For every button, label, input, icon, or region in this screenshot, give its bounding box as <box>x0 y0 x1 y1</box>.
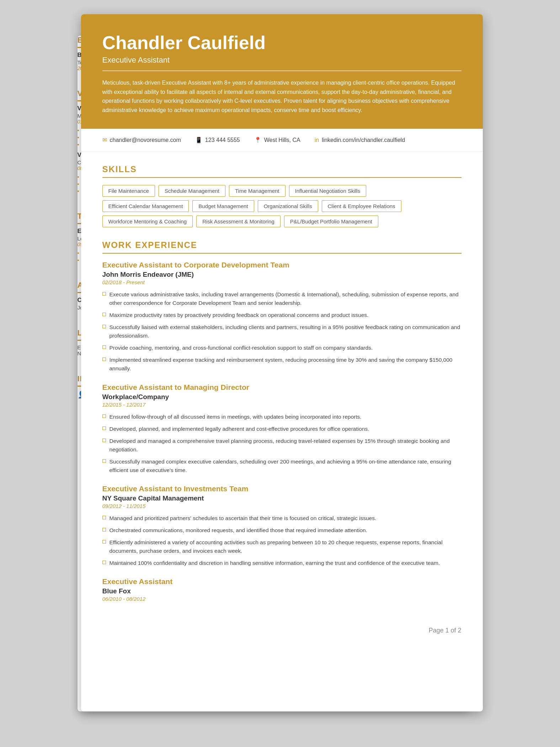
applicant-name: Chandler Caulfield <box>102 32 462 53</box>
bullet-icon <box>102 427 106 430</box>
phone-contact: 📱 123 444 5555 <box>195 137 240 143</box>
bullet-text: Efficiently administered a variety of ac… <box>110 538 462 555</box>
skill-tag: Budget Management <box>192 200 254 212</box>
bullet-item: Managed and prioritized partners' schedu… <box>102 514 462 523</box>
skill-tag-influential: Influential Negotiation Skills <box>289 185 366 197</box>
bullet-item: Successfully liaised with external stake… <box>102 323 462 340</box>
skills-section-title: SKILLS <box>102 164 462 178</box>
location-icon: 📍 <box>254 137 261 143</box>
location-text: West Hills, CA <box>264 137 300 143</box>
job-title-3: Executive Assistant to Investments Team <box>102 484 462 493</box>
bullet-icon <box>102 313 106 316</box>
bullet-icon <box>102 325 106 328</box>
skill-tag-client-employee: Client & Employee Relations <box>322 200 401 212</box>
phone-text: 123 444 5555 <box>205 137 240 143</box>
bullet-item: Implemented streamlined expense tracking… <box>102 356 462 373</box>
work-experience-title: WORK EXPERIENCE <box>102 240 462 254</box>
skills-container: File Maintenance Schedule Management Tim… <box>102 185 462 197</box>
job-company-3: NY Square Capital Management <box>102 494 462 502</box>
bullet-icon <box>102 528 106 531</box>
contact-bar: ✉ chandler@novoresume.com 📱 123 444 5555… <box>81 129 483 152</box>
bullet-icon <box>102 540 106 544</box>
job-dates-3: 09/2012 - 11/2015 <box>102 503 462 509</box>
skills-container-2: Efficient Calendar Management Budget Man… <box>102 200 462 212</box>
job-bullets-1: Execute various administrative tasks, in… <box>102 290 462 373</box>
bullet-text: Developed and managed a comprehensive tr… <box>110 437 462 454</box>
bullet-text: Successfully liaised with external stake… <box>110 323 462 340</box>
email-text: chandler@novoresume.com <box>110 137 181 143</box>
bullet-text: Provide coaching, mentoring, and cross-f… <box>110 344 373 352</box>
job-dates-4: 06/2010 - 08/2012 <box>102 596 462 602</box>
bullet-item: Execute various administrative tasks, in… <box>102 290 462 307</box>
bullet-icon <box>102 345 106 349</box>
bullet-item: Provide coaching, mentoring, and cross-f… <box>102 344 462 352</box>
skill-tag: Efficient Calendar Management <box>102 200 189 212</box>
bullet-text: Execute various administrative tasks, in… <box>110 290 462 307</box>
skill-tag: Organizational Skills <box>258 200 318 212</box>
bullet-text: Ensured follow-through of all discussed … <box>110 413 362 421</box>
skill-tag: File Maintenance <box>102 185 155 197</box>
bullet-icon <box>102 459 106 463</box>
linkedin-text: linkedin.com/in/chandler.caulfield <box>322 137 405 143</box>
bullet-item: Efficiently administered a variety of ac… <box>102 538 462 555</box>
job-dates-1: 02/2018 - Present <box>102 279 462 285</box>
email-contact: ✉ chandler@novoresume.com <box>102 137 181 143</box>
bullet-item: Successfully managed complex executive c… <box>102 457 462 475</box>
resume-summary: Meticulous, task-driven Executive Assist… <box>102 78 462 115</box>
bullet-icon <box>102 439 106 442</box>
bullet-text: Maintained 100% confidentiality and disc… <box>110 559 440 567</box>
skill-tag-workforce: Workforce Mentoring & Coaching <box>102 216 193 227</box>
bullet-item: Orchestrated communications, monitored r… <box>102 526 462 535</box>
skill-tag: P&L/Budget Portfolio Management <box>284 216 378 227</box>
job-company-2: Workplace/Company <box>102 393 462 401</box>
job-bullets-2: Ensured follow-through of all discussed … <box>102 413 462 475</box>
email-icon: ✉ <box>102 137 107 143</box>
bullet-text: Orchestrated communications, monitored r… <box>110 526 367 535</box>
skill-tag-risk: Risk Assessment & Monitoring <box>196 216 281 227</box>
phone-icon: 📱 <box>195 137 202 143</box>
applicant-title: Executive Assistant <box>102 55 462 71</box>
bullet-item: Maximize productivity rates by proactive… <box>102 311 462 319</box>
bullet-icon <box>102 357 106 361</box>
bullet-text: Managed and prioritized partners' schedu… <box>110 514 377 523</box>
page-1-label: Page 1 of 2 <box>81 620 483 641</box>
bullet-text: Implemented streamlined expense tracking… <box>110 356 462 373</box>
bullet-text: Successfully managed complex executive c… <box>110 457 462 475</box>
bullet-icon <box>102 292 106 296</box>
bullet-icon <box>102 516 106 519</box>
skill-tag: Time Management <box>229 185 286 197</box>
linkedin-contact: in linkedin.com/in/chandler.caulfield <box>315 137 405 143</box>
skills-container-3: Workforce Mentoring & Coaching Risk Asse… <box>102 216 462 227</box>
location-contact: 📍 West Hills, CA <box>254 137 300 143</box>
job-dates-2: 12/2015 - 12/2017 <box>102 402 462 408</box>
bullet-icon <box>102 414 106 418</box>
job-company-1: John Morris Endeavor (JME) <box>102 271 462 279</box>
resume-main: SKILLS File Maintenance Schedule Managem… <box>81 152 483 619</box>
bullet-item: Ensured follow-through of all discussed … <box>102 413 462 421</box>
linkedin-icon: in <box>315 137 319 143</box>
bullet-item: Developed and managed a comprehensive tr… <box>102 437 462 454</box>
bullet-text: Developed, planned, and implemented lega… <box>110 425 369 433</box>
bullet-item: Developed, planned, and implemented lega… <box>102 425 462 433</box>
skill-tag: Schedule Management <box>159 185 225 197</box>
page-1: Chandler Caulfield Executive Assistant M… <box>81 14 483 711</box>
bullet-icon <box>102 561 106 564</box>
job-bullets-3: Managed and prioritized partners' schedu… <box>102 514 462 567</box>
job-company-4: Blue Fox <box>102 587 462 595</box>
bullet-text: Maximize productivity rates by proactive… <box>110 311 369 319</box>
job-title-1: Executive Assistant to Corporate Develop… <box>102 261 462 269</box>
job-title-2: Executive Assistant to Managing Director <box>102 383 462 392</box>
job-title-4: Executive Assistant <box>102 577 462 586</box>
bullet-item: Maintained 100% confidentiality and disc… <box>102 559 462 567</box>
resume-header: Chandler Caulfield Executive Assistant M… <box>81 14 483 129</box>
